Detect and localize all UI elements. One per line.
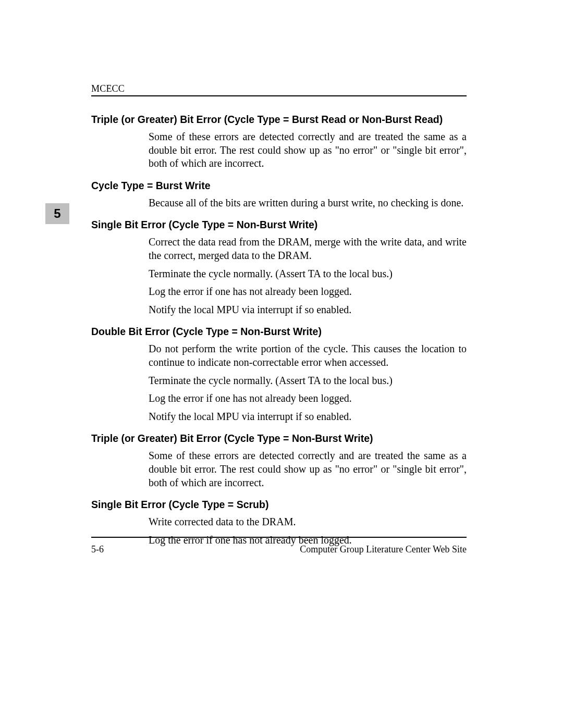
section-heading: Double Bit Error (Cycle Type = Non-Burst…	[91, 326, 467, 338]
body-paragraph: Do not perform the write portion of the …	[91, 342, 467, 369]
section-heading: Single Bit Error (Cycle Type = Non-Burst…	[91, 219, 467, 231]
body-paragraph: Terminate the cycle normally. (Assert TA…	[91, 374, 467, 388]
body-paragraph: Notify the local MPU via interrupt if so…	[91, 303, 467, 317]
body-paragraph: Some of these errors are detected correc…	[91, 130, 467, 170]
body-paragraph: Terminate the cycle normally. (Assert TA…	[91, 267, 467, 281]
section-heading: Triple (or Greater) Bit Error (Cycle Typ…	[91, 433, 467, 445]
section-heading: Single Bit Error (Cycle Type = Scrub)	[91, 499, 467, 511]
rule-top	[91, 95, 467, 96]
section-heading: Cycle Type = Burst Write	[91, 180, 467, 192]
body-paragraph: Correct the data read from the DRAM, mer…	[91, 236, 467, 262]
footer-site: Computer Group Literature Center Web Sit…	[300, 544, 467, 555]
content: Triple (or Greater) Bit Error (Cycle Typ…	[91, 114, 467, 551]
chapter-tab: 5	[45, 203, 69, 224]
section-heading: Triple (or Greater) Bit Error (Cycle Typ…	[91, 114, 467, 126]
body-paragraph: Notify the local MPU via interrupt if so…	[91, 410, 467, 424]
body-paragraph: Some of these errors are detected correc…	[91, 449, 467, 489]
body-paragraph: Write corrected data to the DRAM.	[91, 515, 467, 529]
body-paragraph: Because all of the bits are written duri…	[91, 196, 467, 210]
rule-bottom	[91, 537, 467, 538]
chapter-number: 5	[54, 206, 60, 221]
page-number: 5-6	[91, 544, 104, 555]
body-paragraph: Log the error if one has not already bee…	[91, 285, 467, 299]
running-head: MCECC	[91, 83, 467, 94]
body-paragraph: Log the error if one has not already bee…	[91, 392, 467, 405]
page: 5 MCECC Triple (or Greater) Bit Error (C…	[0, 0, 563, 728]
